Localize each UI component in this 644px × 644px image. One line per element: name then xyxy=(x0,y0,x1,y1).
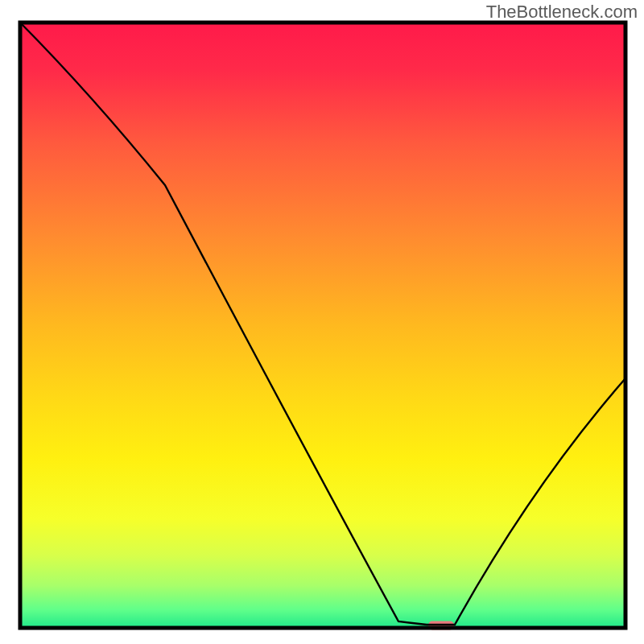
bottleneck-chart: TheBottleneck.com xyxy=(0,0,644,644)
chart-svg xyxy=(0,0,644,644)
plot-background xyxy=(20,23,625,628)
watermark-text: TheBottleneck.com xyxy=(486,2,638,23)
